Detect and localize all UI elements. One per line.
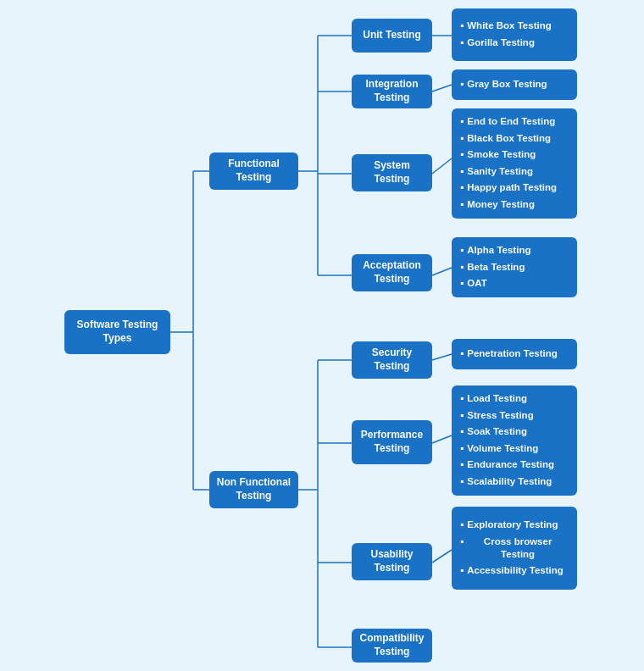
- unit-items: White Box Testing Gorilla Testing: [452, 8, 577, 61]
- svg-line-18: [432, 85, 452, 92]
- svg-line-23: [432, 550, 452, 563]
- svg-line-21: [432, 354, 452, 360]
- usability-node: Usability Testing: [352, 543, 432, 580]
- diagram: Software Testing Types Functional Testin…: [0, 0, 644, 671]
- svg-line-19: [432, 158, 452, 174]
- usability-items: Exploratory Testing Cross browser Testin…: [452, 507, 577, 590]
- security-items: Penetration Testing: [452, 339, 577, 369]
- functional-node: Functional Testing: [209, 152, 298, 190]
- nonfunctional-node: Non Functional Testing: [209, 471, 298, 508]
- acceptation-node: Acceptation Testing: [352, 254, 432, 291]
- system-items: End to End Testing Black Box Testing Smo…: [452, 108, 577, 219]
- performance-items: Load Testing Stress Testing Soak Testing…: [452, 385, 577, 496]
- performance-node: Performance Testing: [352, 420, 432, 464]
- system-node: System Testing: [352, 154, 432, 191]
- svg-line-22: [432, 435, 452, 443]
- unit-node: Unit Testing: [352, 19, 432, 53]
- root-node: Software Testing Types: [64, 310, 170, 354]
- acceptation-items: Alpha Testing Beta Testing OAT: [452, 237, 577, 297]
- integration-items: Gray Box Testing: [452, 69, 577, 100]
- svg-line-20: [432, 268, 452, 275]
- integration-node: Integration Testing: [352, 75, 432, 108]
- security-node: Security Testing: [352, 341, 432, 379]
- compatibility-node: Compatibility Testing: [352, 629, 432, 663]
